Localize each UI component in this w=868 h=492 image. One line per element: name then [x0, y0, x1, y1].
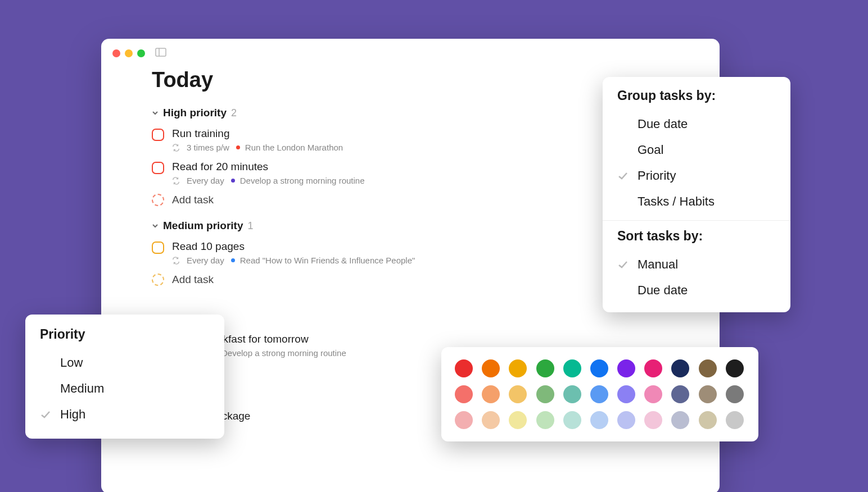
- group-option-tasks-habits[interactable]: Tasks / Habits: [603, 189, 790, 215]
- color-swatch[interactable]: [509, 359, 527, 377]
- color-swatch[interactable]: [617, 359, 635, 377]
- priority-popover: Priority Low Medium High: [25, 315, 224, 439]
- divider: [603, 220, 790, 221]
- add-icon: [152, 274, 164, 286]
- task-meta: Every day Develop a strong morning routi…: [172, 176, 365, 185]
- color-swatch[interactable]: [455, 359, 473, 377]
- color-swatch[interactable]: [617, 411, 635, 429]
- color-swatch[interactable]: [482, 411, 500, 429]
- group-sort-popover: Group tasks by: Due date Goal Priority T…: [603, 77, 790, 312]
- section-header[interactable]: Medium priority 1: [152, 220, 669, 232]
- svg-rect-0: [156, 48, 166, 56]
- color-swatch[interactable]: [590, 359, 608, 377]
- section-header[interactable]: High priority 2: [152, 107, 669, 119]
- task-recur: 3 times p/w: [187, 143, 229, 152]
- task-row[interactable]: Read 10 pages Every day Read "How to Win…: [152, 240, 669, 265]
- task-recur: Every day: [187, 256, 224, 265]
- task-body: Run training 3 times p/w Run the London …: [172, 127, 343, 152]
- task-checkbox[interactable]: [152, 162, 164, 174]
- sort-option-due-date[interactable]: Due date: [603, 277, 790, 303]
- priority-option-low[interactable]: Low: [25, 350, 224, 376]
- color-grid: [455, 359, 745, 429]
- color-swatch[interactable]: [644, 359, 662, 377]
- add-task-label: Add task: [172, 194, 214, 206]
- section-name: High priority: [163, 107, 227, 119]
- check-icon: [617, 170, 630, 181]
- section-medium-priority: Medium priority 1 Read 10 pages Every da…: [152, 220, 669, 286]
- task-body: Read 10 pages Every day Read "How to Win…: [172, 240, 415, 265]
- color-swatch[interactable]: [671, 411, 689, 429]
- group-option-goal[interactable]: Goal: [603, 137, 790, 163]
- color-swatch[interactable]: [671, 385, 689, 403]
- task-tag: Read "How to Win Friends & Influence Peo…: [231, 256, 415, 265]
- sort-option-manual[interactable]: Manual: [603, 252, 790, 277]
- repeat-icon: [172, 177, 180, 185]
- task-checkbox[interactable]: [152, 129, 164, 141]
- color-swatch[interactable]: [455, 411, 473, 429]
- sort-title: Sort tasks by:: [603, 226, 790, 252]
- repeat-icon: [172, 144, 180, 152]
- add-task-button[interactable]: Add task: [152, 274, 669, 286]
- color-swatch[interactable]: [699, 411, 717, 429]
- add-task-label: Add task: [172, 274, 214, 286]
- color-swatch[interactable]: [536, 411, 554, 429]
- task-meta: Develop a strong morning routine: [213, 348, 346, 358]
- page-title: Today: [152, 68, 669, 92]
- color-swatch[interactable]: [563, 411, 581, 429]
- repeat-icon: [172, 257, 180, 265]
- task-checkbox[interactable]: [152, 242, 164, 254]
- task-title: Run training: [172, 127, 343, 140]
- task-title: Read for 20 minutes: [172, 161, 365, 173]
- color-swatch[interactable]: [726, 359, 744, 377]
- sidebar-toggle-icon[interactable]: [155, 48, 166, 59]
- color-swatch[interactable]: [617, 385, 635, 403]
- titlebar: [101, 39, 720, 68]
- add-task-button[interactable]: Add task: [152, 194, 669, 206]
- fullscreen-button[interactable]: [137, 49, 145, 57]
- task-row[interactable]: Read for 20 minutes Every day Develop a …: [152, 161, 669, 185]
- color-swatch[interactable]: [563, 385, 581, 403]
- color-swatch[interactable]: [644, 385, 662, 403]
- color-swatch[interactable]: [563, 359, 581, 377]
- task-meta: 3 times p/w Run the London Marathon: [172, 143, 343, 152]
- task-meta: Every day Read "How to Win Friends & Inf…: [172, 256, 415, 265]
- color-swatch[interactable]: [644, 411, 662, 429]
- color-swatch[interactable]: [726, 385, 744, 403]
- section-count: 2: [231, 107, 237, 119]
- color-swatch[interactable]: [509, 411, 527, 429]
- group-option-due-date[interactable]: Due date: [603, 111, 790, 137]
- section-name: Medium priority: [163, 220, 243, 232]
- color-swatch[interactable]: [590, 385, 608, 403]
- priority-option-medium[interactable]: Medium: [25, 376, 224, 402]
- minimize-button[interactable]: [125, 49, 133, 57]
- close-button[interactable]: [112, 49, 120, 57]
- task-title: Read 10 pages: [172, 240, 415, 253]
- task-row[interactable]: Run training 3 times p/w Run the London …: [152, 127, 669, 152]
- task-title: akfast for tomorrow: [217, 333, 346, 345]
- color-swatch[interactable]: [671, 359, 689, 377]
- task-body: Read for 20 minutes Every day Develop a …: [172, 161, 365, 185]
- task-recur: Every day: [187, 176, 224, 185]
- color-swatch[interactable]: [699, 359, 717, 377]
- section-high-priority: High priority 2 Run training 3 times p/w…: [152, 107, 669, 206]
- color-swatch[interactable]: [509, 385, 527, 403]
- task-tag: Develop a strong morning routine: [231, 176, 365, 185]
- popover-title: Priority: [25, 325, 224, 350]
- check-icon: [40, 409, 52, 420]
- color-swatch[interactable]: [455, 385, 473, 403]
- check-icon: [617, 259, 630, 270]
- color-swatch[interactable]: [482, 359, 500, 377]
- color-swatch[interactable]: [482, 385, 500, 403]
- color-picker-popover: [441, 347, 758, 441]
- chevron-down-icon: [152, 110, 159, 116]
- task-tag: Develop a strong morning routine: [213, 348, 346, 358]
- group-title: Group tasks by:: [603, 86, 790, 111]
- task-tag: Run the London Marathon: [236, 143, 343, 152]
- color-swatch[interactable]: [726, 411, 744, 429]
- color-swatch[interactable]: [590, 411, 608, 429]
- priority-option-high[interactable]: High: [25, 402, 224, 427]
- color-swatch[interactable]: [536, 359, 554, 377]
- color-swatch[interactable]: [699, 385, 717, 403]
- group-option-priority[interactable]: Priority: [603, 163, 790, 189]
- color-swatch[interactable]: [536, 385, 554, 403]
